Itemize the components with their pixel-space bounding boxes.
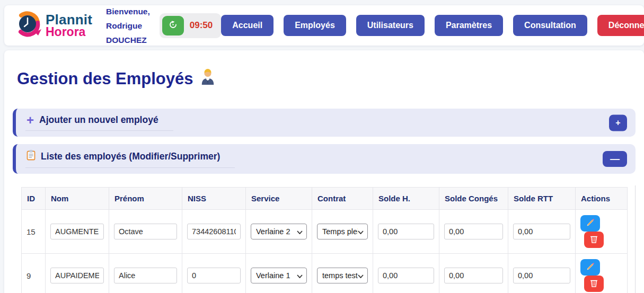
panel-add-toggle-button[interactable]: + xyxy=(609,114,627,131)
clock-logo-icon xyxy=(14,10,42,41)
timer-refresh-button[interactable] xyxy=(162,16,184,35)
panel-employee-list[interactable]: Liste des employés (Modifier/Supprimer) … xyxy=(13,144,636,174)
col-actions: Actions xyxy=(576,188,628,210)
col-solde-rtt: Solde RTT xyxy=(508,188,576,210)
panel-list-toggle-button[interactable]: — xyxy=(603,151,627,167)
office-worker-icon xyxy=(200,68,216,90)
session-timer: 09:50 xyxy=(160,13,221,38)
brand-name-bottom: Horora xyxy=(46,26,92,38)
table-row: 9 Verlaine 1 temps test xyxy=(22,254,628,293)
nom-input[interactable] xyxy=(50,268,104,283)
nav-consultation-button[interactable]: Consultation xyxy=(513,15,587,36)
edit-button[interactable] xyxy=(580,259,600,276)
page-title-text: Gestion des Employés xyxy=(17,69,193,88)
contrat-select[interactable]: temps test xyxy=(317,268,368,283)
delete-button[interactable] xyxy=(584,276,604,292)
welcome-line2: DOUCHEZ xyxy=(106,33,150,47)
edit-button[interactable] xyxy=(580,215,600,232)
col-solde-h: Solde H. xyxy=(373,188,439,210)
col-prenom: Prénom xyxy=(109,188,182,210)
table-row: 15 Verlaine 2 Temps plein xyxy=(22,210,628,254)
employee-id: 15 xyxy=(22,210,46,254)
chevron-down-icon xyxy=(358,227,364,236)
employee-table-wrap: ID Nom Prénom NISS Service Contrat Solde… xyxy=(21,187,627,293)
nav-deconnexion-button[interactable]: Déconnexion xyxy=(597,15,644,36)
solde-h-input[interactable] xyxy=(378,268,434,283)
clock-refresh-icon xyxy=(169,20,178,31)
panel-add-employee[interactable]: + Ajouter un nouvel employé + xyxy=(13,109,636,137)
service-select[interactable]: Verlaine 2 xyxy=(251,224,307,239)
solde-h-input[interactable] xyxy=(378,224,434,239)
col-niss: NISS xyxy=(182,188,246,210)
col-solde-conges: Solde Congés xyxy=(439,188,508,210)
delete-button[interactable] xyxy=(584,232,604,248)
solde-rtt-input[interactable] xyxy=(513,224,570,239)
welcome-message: Bienvenue, Rodrigue DOUCHEZ xyxy=(106,4,150,47)
prenom-input[interactable] xyxy=(114,268,177,283)
brand-logo: Plannit Horora xyxy=(14,10,92,41)
page-title: Gestion des Employés xyxy=(17,68,636,90)
nav-parametres-button[interactable]: Paramètres xyxy=(435,15,503,36)
chevron-down-icon xyxy=(297,227,303,236)
panel-add-title: Ajouter un nouvel employé xyxy=(39,114,158,126)
brand-name: Plannit Horora xyxy=(46,13,92,38)
plus-icon: + xyxy=(27,116,34,125)
prenom-input[interactable] xyxy=(114,224,177,239)
chevron-down-icon xyxy=(297,271,303,280)
trash-icon xyxy=(590,235,598,245)
panel-list-title: Liste des employés (Modifier/Supprimer) xyxy=(41,151,220,162)
nav-accueil-button[interactable]: Accueil xyxy=(221,15,274,36)
pencil-icon xyxy=(586,262,595,272)
solde-conges-input[interactable] xyxy=(444,224,503,239)
clipboard-icon xyxy=(27,150,36,163)
col-contrat: Contrat xyxy=(312,188,373,210)
nav-utilisateurs-button[interactable]: Utilisateurs xyxy=(356,15,425,36)
top-header: Plannit Horora Bienvenue, Rodrigue DOUCH… xyxy=(4,5,644,46)
table-scrollbar-track[interactable] xyxy=(635,185,636,293)
timer-value: 09:50 xyxy=(190,20,213,31)
panel-add-title-row: + Ajouter un nouvel employé xyxy=(25,114,173,131)
solde-rtt-input[interactable] xyxy=(513,268,570,283)
panel-list-title-row: Liste des employés (Modifier/Supprimer) xyxy=(25,150,235,168)
col-nom: Nom xyxy=(46,188,109,210)
main-nav: Accueil Employés Utilisateurs Paramètres… xyxy=(221,15,644,36)
table-header-row: ID Nom Prénom NISS Service Contrat Solde… xyxy=(22,188,628,210)
col-service: Service xyxy=(246,188,312,210)
welcome-line1: Bienvenue, Rodrigue xyxy=(106,4,150,33)
employee-table: ID Nom Prénom NISS Service Contrat Solde… xyxy=(21,187,628,293)
niss-input[interactable] xyxy=(187,268,241,283)
employee-id: 9 xyxy=(22,254,46,293)
nom-input[interactable] xyxy=(50,224,104,239)
nav-employes-button[interactable]: Employés xyxy=(284,15,346,36)
col-id: ID xyxy=(22,188,46,210)
trash-icon xyxy=(590,279,598,289)
service-select[interactable]: Verlaine 1 xyxy=(251,268,307,283)
main-content: Gestion des Employés + Ajouter un nouvel… xyxy=(4,50,644,293)
niss-input[interactable] xyxy=(187,224,241,239)
chevron-down-icon xyxy=(358,271,364,280)
pencil-icon xyxy=(586,218,595,228)
contrat-select[interactable]: Temps plein xyxy=(317,224,368,239)
solde-conges-input[interactable] xyxy=(444,268,503,283)
